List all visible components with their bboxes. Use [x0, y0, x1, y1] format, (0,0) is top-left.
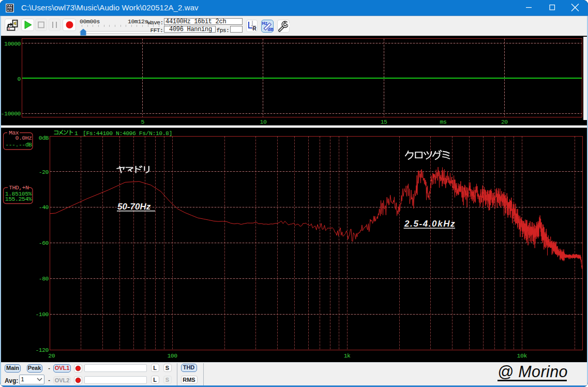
svg-text:---.--dB: ---.--dB [5, 141, 32, 148]
svg-text:10: 10 [260, 118, 266, 125]
svg-text:1k: 1k [344, 352, 351, 359]
svg-text:1: 1 [74, 130, 78, 137]
svg-text:0: 0 [18, 76, 21, 82]
svg-text:-60: -60 [39, 240, 49, 246]
svg-text:ms: ms [440, 118, 447, 125]
svg-text:5: 5 [141, 118, 144, 125]
svg-text:-100: -100 [35, 311, 49, 318]
svg-text:50-70Hz: 50-70Hz [117, 202, 151, 212]
svg-text:10000: 10000 [4, 40, 21, 47]
svg-text:-80: -80 [39, 275, 49, 282]
svg-text:2.5-4.0kHz: 2.5-4.0kHz [404, 219, 456, 229]
svg-text:-120: -120 [35, 347, 49, 353]
svg-text:10k: 10k [517, 352, 527, 359]
svg-text:155.254%: 155.254% [5, 196, 32, 202]
svg-text:-10000: -10000 [1, 110, 21, 117]
svg-text:15: 15 [381, 118, 387, 125]
svg-text:100: 100 [167, 352, 177, 359]
svg-text:-20: -20 [39, 169, 49, 175]
svg-text:-40: -40 [39, 204, 49, 211]
svg-text:20: 20 [48, 352, 55, 359]
svg-text:0.0Hz: 0.0Hz [15, 135, 32, 141]
svg-text:0dB: 0dB [39, 135, 49, 141]
svg-text:[Fs:44100 N:4096 Fs/N:10.8]: [Fs:44100 N:4096 Fs/N:10.8] [83, 130, 172, 137]
svg-text:Hz: Hz [262, 20, 267, 25]
svg-text:20: 20 [501, 118, 508, 125]
svg-text:dB: dB [268, 27, 274, 32]
svg-text:R: R [253, 26, 257, 32]
